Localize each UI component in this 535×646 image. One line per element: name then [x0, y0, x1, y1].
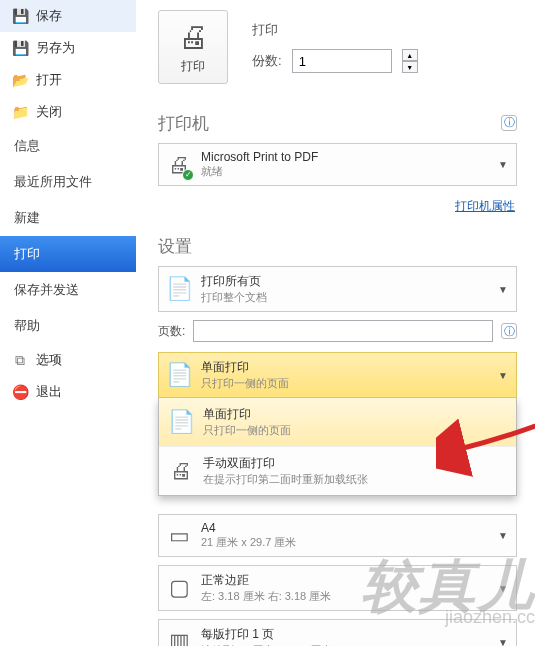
print-button[interactable]: 🖨 打印: [158, 10, 228, 84]
pages-icon: 📄: [167, 276, 191, 302]
per-sheet-title: 每版打印 1 页: [201, 626, 332, 643]
printer-heading: 打印机: [158, 112, 209, 135]
printer-status: 就绪: [201, 164, 318, 179]
save-icon: 💾: [12, 8, 28, 24]
copies-down[interactable]: ▼: [402, 61, 418, 73]
sidebar-close[interactable]: 📁 关闭: [0, 96, 136, 128]
pages-input[interactable]: [193, 320, 493, 342]
sidebar-help[interactable]: 帮助: [0, 308, 136, 344]
copies-label: 份数:: [252, 52, 282, 70]
margins-sub: 左: 3.18 厘米 右: 3.18 厘米: [201, 589, 331, 604]
sidebar-label: 保存: [36, 7, 62, 25]
paper-icon: ▭: [167, 523, 191, 549]
pages-per-sheet-selector[interactable]: ▥ 每版打印 1 页 缩放到 14 厘米 x 20.3 厘米 ▼: [158, 619, 517, 646]
chevron-down-icon: ▼: [498, 637, 508, 647]
print-heading: 打印: [252, 21, 418, 39]
printer-device-icon: 🖨✓: [167, 152, 191, 178]
chevron-down-icon: ▼: [498, 583, 508, 594]
sidebar-label: 关闭: [36, 103, 62, 121]
printer-name: Microsoft Print to PDF: [201, 150, 318, 164]
sidebar-print[interactable]: 打印: [0, 236, 136, 272]
sidebar-recent[interactable]: 最近所用文件: [0, 164, 136, 200]
copies-up[interactable]: ▲: [402, 49, 418, 61]
chevron-down-icon: ▼: [498, 284, 508, 295]
pages-info-icon[interactable]: ⓘ: [501, 323, 517, 339]
close-icon: 📁: [12, 104, 28, 120]
printer-icon: 🖨: [178, 20, 208, 54]
print-backstage: 🖨 打印 打印 份数: ▲ ▼ 打印机 ⓘ 🖨✓: [136, 0, 535, 646]
duplex-sub: 只打印一侧的页面: [201, 376, 289, 391]
duplex-option-manual[interactable]: 🖨 手动双面打印 在提示打印第二面时重新加载纸张: [159, 446, 516, 495]
chevron-down-icon: ▼: [498, 159, 508, 170]
sidebar-exit[interactable]: ⛔ 退出: [0, 376, 136, 408]
printer-info-icon[interactable]: ⓘ: [501, 115, 517, 131]
sidebar-label: 打开: [36, 71, 62, 89]
paper-sub: 21 厘米 x 29.7 厘米: [201, 535, 296, 550]
sidebar-open[interactable]: 📂 打开: [0, 64, 136, 96]
per-sheet-icon: ▥: [167, 629, 191, 646]
open-icon: 📂: [12, 72, 28, 88]
sidebar-new[interactable]: 新建: [0, 200, 136, 236]
sidebar-save[interactable]: 💾 保存: [0, 0, 136, 32]
duplex-title: 单面打印: [201, 359, 289, 376]
print-range-sub: 打印整个文档: [201, 290, 267, 305]
paper-size-selector[interactable]: ▭ A4 21 厘米 x 29.7 厘米 ▼: [158, 514, 517, 557]
settings-heading: 设置: [158, 235, 517, 258]
sidebar-save-as[interactable]: 💾 另存为: [0, 32, 136, 64]
option-title: 单面打印: [203, 406, 291, 423]
print-button-label: 打印: [181, 58, 205, 75]
margins-selector[interactable]: ▢ 正常边距 左: 3.18 厘米 右: 3.18 厘米 ▼: [158, 565, 517, 611]
print-range-selector[interactable]: 📄 打印所有页 打印整个文档 ▼: [158, 266, 517, 312]
sidebar-options[interactable]: ⧉ 选项: [0, 344, 136, 376]
chevron-down-icon: ▼: [498, 530, 508, 541]
margins-icon: ▢: [167, 575, 191, 601]
duplex-option-single[interactable]: 📄 单面打印 只打印一侧的页面: [159, 398, 516, 446]
sidebar-label: 退出: [36, 383, 62, 401]
copies-input[interactable]: [292, 49, 392, 73]
option-sub: 在提示打印第二面时重新加载纸张: [203, 472, 368, 487]
printer-selector[interactable]: 🖨✓ Microsoft Print to PDF 就绪 ▼: [158, 143, 517, 186]
sidebar-info[interactable]: 信息: [0, 128, 136, 164]
save-as-icon: 💾: [12, 40, 28, 56]
pages-label: 页数:: [158, 323, 185, 340]
paper-title: A4: [201, 521, 296, 535]
exit-icon: ⛔: [12, 384, 28, 400]
printer-properties-link[interactable]: 打印机属性: [455, 198, 515, 215]
backstage-sidebar: 💾 保存 💾 另存为 📂 打开 📁 关闭 信息 最近所用文件 新建 打印 保存并…: [0, 0, 136, 646]
sidebar-label: 另存为: [36, 39, 75, 57]
duplex-dropdown-list: 📄 单面打印 只打印一侧的页面 🖨 手动双面打印 在提示打印第二面时重新加载纸张: [158, 398, 517, 496]
duplex-selector[interactable]: 📄 单面打印 只打印一侧的页面 ▼: [158, 352, 517, 398]
page-duplex-icon: 🖨: [169, 458, 193, 484]
options-icon: ⧉: [12, 352, 28, 368]
option-title: 手动双面打印: [203, 455, 368, 472]
sidebar-save-send[interactable]: 保存并发送: [0, 272, 136, 308]
margins-title: 正常边距: [201, 572, 331, 589]
page-single-icon: 📄: [167, 362, 191, 388]
chevron-down-icon: ▼: [498, 370, 508, 381]
sidebar-label: 选项: [36, 351, 62, 369]
print-range-title: 打印所有页: [201, 273, 267, 290]
page-single-icon: 📄: [169, 409, 193, 435]
option-sub: 只打印一侧的页面: [203, 423, 291, 438]
